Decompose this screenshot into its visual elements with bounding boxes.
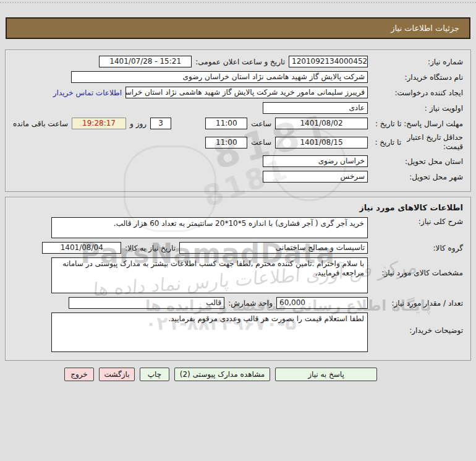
need-date-field[interactable]: 1401/08/04 bbox=[42, 242, 121, 254]
need-date-label: تاریخ نیاز به کالا: bbox=[125, 244, 176, 252]
request-creator-label: ایجاد کننده درخواست: bbox=[372, 88, 463, 97]
buyer-notes-row: توضیحات خریدار: لطفا استعلام قیمت را بصو… bbox=[13, 312, 463, 352]
top-divider bbox=[0, 2, 476, 3]
need-number-label: شماره نیاز: bbox=[372, 58, 463, 66]
page-title-bar: جزئیات اطلاعات نیاز bbox=[6, 17, 470, 39]
remaining-hours-label: ساعت باقی مانده bbox=[13, 119, 68, 128]
required-goods-title: اطلاعات کالاهای مورد نیاز bbox=[13, 203, 463, 212]
buyer-contact-link[interactable]: اطلاعات تماس خریدار bbox=[53, 88, 122, 97]
unit-label: واحد شمارش: bbox=[228, 299, 273, 308]
remaining-days-label: روز و bbox=[130, 119, 147, 128]
need-details-page: جزئیات اطلاعات نیاز شماره نیاز: 12010921… bbox=[0, 0, 476, 461]
unit-field[interactable]: قالب bbox=[69, 297, 224, 309]
respond-to-need-button[interactable]: پاسخ به نیاز bbox=[275, 368, 377, 381]
price-validity-hour-field[interactable]: 11:00 bbox=[205, 137, 247, 149]
buyer-name-field[interactable]: شرکت پالایش گاز شهید هاشمی نژاد استان خر… bbox=[71, 71, 368, 83]
delivery-city-label: شهر محل تحویل: bbox=[372, 173, 463, 181]
buyer-notes-field[interactable]: لطفا استعلام قیمت را بصورت هر قالب وعددی… bbox=[51, 312, 368, 352]
quantity-row: تعداد / مقدار مورد نیاز: 60,000 واحد شما… bbox=[13, 297, 463, 309]
price-validity-row: حداقل تاریخ اعتبار قیمت: تا تاریخ : 1401… bbox=[13, 133, 463, 152]
delivery-city-field[interactable]: سرخس bbox=[263, 171, 368, 183]
goods-group-label: گروه کالا: bbox=[372, 244, 463, 252]
announce-datetime-field[interactable]: 1401/07/28 - 15:21 bbox=[99, 56, 192, 67]
announce-datetime-label: تاریخ و ساعت اعلان عمومی: bbox=[195, 58, 285, 66]
back-button[interactable]: بازگشت bbox=[99, 368, 135, 381]
goods-group-row: گروه کالا: تاسیسات و مصالح ساختمانی تاری… bbox=[13, 242, 463, 254]
goods-group-field[interactable]: تاسیسات و مصالح ساختمانی bbox=[179, 242, 368, 254]
creator-row: ایجاد کننده درخواست: فریبرز سلیمانی مامو… bbox=[13, 87, 463, 98]
page-title: جزئیات اطلاعات نیاز bbox=[391, 24, 459, 33]
quantity-label: تعداد / مقدار مورد نیاز: bbox=[372, 299, 463, 308]
remaining-days-field[interactable]: 3 bbox=[150, 118, 171, 129]
action-buttons-row: پاسخ به نیاز مشاهده مدارک پیوستی (2) چاپ… bbox=[0, 368, 377, 381]
general-description-row: شرح کلی نیاز: خرید آجر گری ( آجر فشاری) … bbox=[13, 217, 463, 238]
need-number-field[interactable]: 1201092134000452 bbox=[289, 56, 368, 67]
print-button[interactable]: چاپ bbox=[140, 368, 169, 381]
general-description-field[interactable]: خرید آجر گری ( آجر فشاری) با اندازه 5*10… bbox=[51, 217, 368, 238]
buyer-name-label: نام دستگاه خریدار: bbox=[372, 73, 463, 82]
request-creator-field[interactable]: فریبرز سلیمانی مامور خرید شرکت پالایش گا… bbox=[125, 87, 368, 98]
price-validity-label-cell: حداقل تاریخ اعتبار قیمت: تا تاریخ : bbox=[372, 133, 463, 152]
buyer-row: نام دستگاه خریدار: شرکت پالایش گاز شهید … bbox=[13, 71, 463, 83]
price-validity-label: حداقل تاریخ اعتبار قیمت: bbox=[404, 133, 463, 152]
view-attached-documents-button[interactable]: مشاهده مدارک پیوستی (2) bbox=[174, 368, 270, 381]
delivery-province-row: استان محل تحویل: خراسان رضوی bbox=[13, 155, 463, 167]
need-number-row: شماره نیاز: 1201092134000452 تاریخ و ساع… bbox=[13, 56, 463, 67]
reply-deadline-label: مهلت ارسال پاسخ: تا تاریخ : bbox=[372, 119, 463, 128]
buyer-notes-label: توضیحات خریدار: bbox=[372, 326, 463, 335]
deadline-hour-label: ساعت bbox=[251, 119, 271, 128]
priority-field[interactable]: عادی bbox=[263, 102, 368, 114]
priority-label: اولویت نیاز : bbox=[372, 104, 463, 113]
delivery-city-row: شهر محل تحویل: سرخس bbox=[13, 171, 463, 183]
need-info-section: شماره نیاز: 1201092134000452 تاریخ و ساع… bbox=[5, 50, 471, 192]
priority-row: اولویت نیاز : عادی bbox=[13, 102, 463, 114]
reply-deadline-hour-field[interactable]: 11:00 bbox=[205, 118, 247, 129]
price-validity-date-field[interactable]: 1401/08/15 bbox=[275, 137, 368, 149]
exit-button[interactable]: خروج bbox=[64, 368, 94, 381]
validity-until-label: تا تاریخ : bbox=[375, 138, 401, 147]
specifications-label: مشخصات کالای مورد نیاز: bbox=[372, 269, 463, 277]
reply-deadline-date-field[interactable]: 1401/08/02 bbox=[275, 118, 368, 129]
deadline-row: مهلت ارسال پاسخ: تا تاریخ : 1401/08/02 س… bbox=[13, 118, 463, 129]
remaining-time-countdown: 3 روز و 19:28:17 ساعت باقی مانده bbox=[13, 118, 171, 129]
general-description-label: شرح کلی نیاز: bbox=[372, 217, 463, 226]
quantity-field[interactable]: 60,000 bbox=[276, 297, 368, 309]
specifications-field[interactable]: با سلام واحترام .تامین کننده محترم ,لطفا… bbox=[51, 257, 368, 293]
validity-hour-label: ساعت bbox=[251, 138, 271, 147]
delivery-province-label: استان محل تحویل: bbox=[372, 157, 463, 166]
required-goods-section: اطلاعات کالاهای مورد نیاز شرح کلی نیاز: … bbox=[5, 197, 471, 361]
remaining-time-field: 19:28:17 bbox=[72, 118, 126, 129]
delivery-province-field[interactable]: خراسان رضوی bbox=[263, 155, 368, 167]
specifications-row: مشخصات کالای مورد نیاز: با سلام واحترام … bbox=[13, 257, 463, 293]
